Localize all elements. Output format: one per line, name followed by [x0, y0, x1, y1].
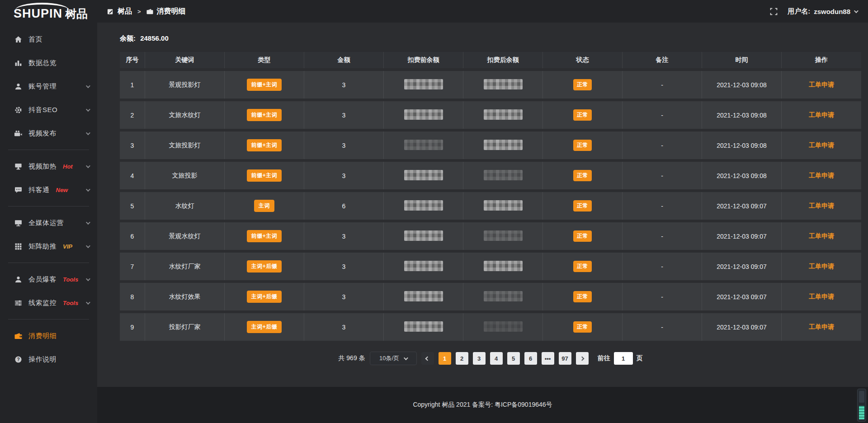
blurred-value: [484, 230, 523, 241]
chevron-down-icon: [404, 356, 408, 360]
work-order-link[interactable]: 工单申请: [809, 323, 834, 330]
col-remark: 备注: [623, 52, 702, 68]
sidebar-item-label: 抖客通: [28, 186, 50, 194]
cell-status: 正常: [543, 162, 623, 189]
blurred-value: [404, 200, 443, 211]
chevron-right-icon: [580, 356, 585, 361]
col-index: 序号: [120, 52, 145, 68]
pagination: 共 969 条 10条/页 1 2 3 4 5 6 ••• 97 前往 页: [120, 352, 861, 365]
sidebar-item-consumption-details[interactable]: 消费明细: [0, 324, 97, 348]
cell-time: 2021-12-03 09:08: [702, 71, 782, 99]
cell-balance-before: [384, 192, 463, 220]
cell-amount: 3: [304, 253, 384, 280]
status-badge: 正常: [573, 200, 592, 212]
wallet-icon: [146, 8, 153, 15]
work-order-link[interactable]: 工单申请: [809, 81, 834, 88]
cell-action: 工单申请: [782, 101, 861, 129]
cell-remark: -: [623, 313, 702, 341]
chevron-down-icon: [86, 220, 90, 225]
next-page-button[interactable]: [576, 352, 589, 365]
sidebar-item-home[interactable]: 首页: [0, 28, 97, 51]
table-row: 1 景观投影灯 前缀+主词 3 正常 - 2021-12-03 09:08 工单…: [120, 71, 861, 99]
chat-bubble-icon: [14, 186, 22, 194]
work-order-link[interactable]: 工单申请: [809, 202, 834, 209]
sidebar-item-data-overview[interactable]: 数据总览: [0, 51, 97, 75]
main-area: 余额: 24856.00 序号 关键词 类型 金额 扣费前余额 扣费后余额 状态…: [97, 0, 868, 423]
fullscreen-icon[interactable]: [770, 8, 778, 15]
sidebar-item-member-baoke[interactable]: 会员爆客 Tools: [0, 268, 97, 291]
page-size-value: 10条/页: [379, 354, 399, 362]
status-badge: 正常: [573, 79, 592, 90]
sidebar-item-matrix-boost[interactable]: 矩阵助推 VIP: [0, 235, 97, 258]
blurred-value: [484, 321, 523, 332]
user-menu[interactable]: 用户名: zswodun88: [788, 7, 857, 16]
cell-action: 工单申请: [782, 283, 861, 310]
work-order-link[interactable]: 工单申请: [809, 172, 834, 179]
sidebar-item-omnimedia-operation[interactable]: 全媒体运营: [0, 211, 97, 235]
page-button[interactable]: 97: [559, 352, 571, 365]
video-camera-icon: [14, 130, 22, 137]
total-count: 共 969 条: [338, 354, 365, 362]
page-size-select[interactable]: 10条/页: [370, 352, 417, 365]
page-button[interactable]: 1: [439, 352, 451, 365]
cell-status: 正常: [543, 313, 623, 341]
work-order-link[interactable]: 工单申请: [809, 141, 834, 149]
table-header-row: 序号 关键词 类型 金额 扣费前余额 扣费后余额 状态 备注 时间 操作: [120, 52, 861, 68]
cell-index: 7: [120, 253, 145, 280]
sidebar-item-video-publish[interactable]: 视频发布: [0, 122, 97, 145]
wallet-icon: [14, 332, 22, 340]
cell-keyword: 水纹灯厂家: [145, 253, 225, 280]
work-order-link[interactable]: 工单申请: [809, 263, 834, 270]
cell-time: 2021-12-03 09:07: [702, 283, 782, 310]
type-badge: 前缀+主词: [247, 79, 282, 91]
sidebar-item-instructions[interactable]: ? 操作说明: [0, 348, 97, 371]
type-badge: 主词+后缀: [247, 260, 282, 273]
page-button[interactable]: 3: [473, 352, 486, 365]
type-badge: 前缀+主词: [247, 169, 282, 182]
widget-teal-bars: [859, 406, 864, 419]
blurred-value: [404, 261, 443, 271]
cell-balance-before: [384, 222, 463, 250]
cell-amount: 3: [304, 162, 384, 189]
breadcrumb-home[interactable]: 树品: [118, 7, 132, 16]
type-badge: 主词+后缀: [247, 321, 282, 333]
page-button[interactable]: 5: [507, 352, 520, 365]
page-button[interactable]: 6: [524, 352, 537, 365]
cell-balance-after: [463, 101, 543, 129]
cell-type: 主词: [225, 192, 304, 220]
sidebar-item-account-management[interactable]: 账号管理: [0, 75, 97, 98]
cell-amount: 3: [304, 132, 384, 159]
page-button[interactable]: 2: [456, 352, 468, 365]
sidebar-divider: [8, 206, 89, 207]
sidebar-item-label: 抖音SEO: [28, 106, 57, 114]
cell-status: 正常: [543, 101, 623, 129]
work-order-link[interactable]: 工单申请: [809, 293, 834, 300]
work-order-link[interactable]: 工单申请: [809, 232, 834, 240]
sidebar: SHUPIN树品 首页 数据总览 账号管理 抖音SEO: [0, 0, 97, 423]
sidebar-item-douyin-seo[interactable]: 抖音SEO: [0, 98, 97, 122]
sidebar-menu: 首页 数据总览 账号管理 抖音SEO 视频发布: [0, 28, 97, 371]
blurred-value: [404, 170, 443, 180]
cell-action: 工单申请: [782, 162, 861, 189]
cell-action: 工单申请: [782, 71, 861, 99]
cell-type: 前缀+主词: [225, 71, 304, 99]
goto-page-input[interactable]: [614, 352, 633, 365]
cell-keyword: 景观水纹灯: [145, 222, 225, 250]
col-keyword: 关键词: [145, 52, 225, 68]
col-action: 操作: [782, 52, 861, 68]
work-order-link[interactable]: 工单申请: [809, 111, 834, 118]
top-header: 树品 > 消费明细 用户名: zswodun88: [97, 0, 868, 23]
cell-type: 主词+后缀: [225, 253, 304, 280]
blurred-value: [484, 140, 523, 150]
sidebar-item-video-heat[interactable]: 视频加热 Hot: [0, 155, 97, 178]
scroll-indicator-widget[interactable]: [857, 389, 866, 422]
sidebar-item-clue-monitor[interactable]: 线索监控 Tools: [0, 291, 97, 315]
cell-index: 2: [120, 101, 145, 129]
more-pages-button[interactable]: •••: [542, 352, 554, 365]
prev-page-button[interactable]: [421, 352, 434, 365]
sidebar-item-douketong[interactable]: 抖客通 New: [0, 178, 97, 202]
page-button[interactable]: 4: [490, 352, 503, 365]
cell-balance-before: [384, 71, 463, 99]
cell-keyword: 景观投影灯: [145, 71, 225, 99]
sidebar-item-label: 数据总览: [28, 59, 57, 67]
